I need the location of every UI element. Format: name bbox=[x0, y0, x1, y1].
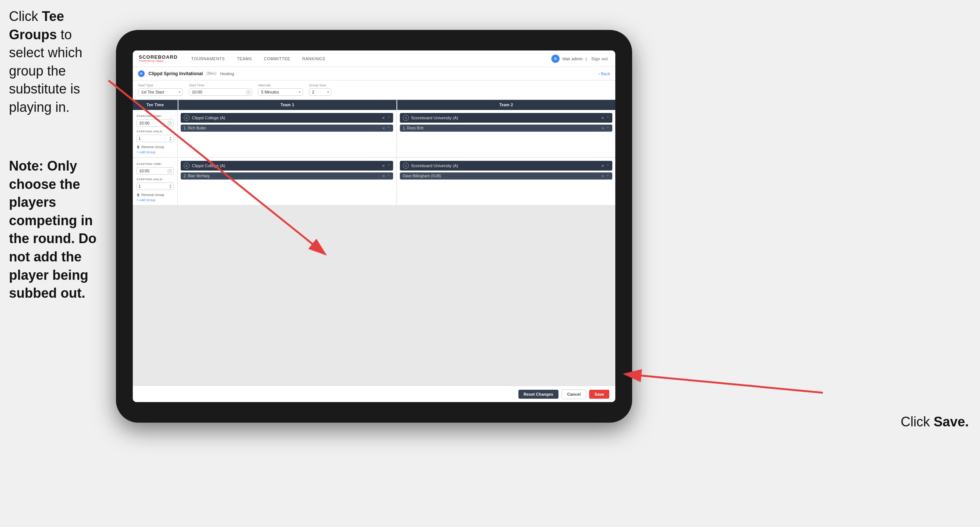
group-row-2: STARTING TIME: 🕐 STARTING HOLE: 1 ▲▼ 🗑 bbox=[133, 158, 615, 205]
player-actions-1-2: ✕ ⌃ bbox=[382, 174, 390, 178]
player-arrow-2-1: ⌃ bbox=[606, 126, 609, 130]
player-row-2-2: Dave Billingham (SUB) ✕ ⌃ bbox=[400, 172, 612, 180]
add-group-btn-2[interactable]: + Add Group bbox=[137, 198, 173, 202]
team1-actions-2: ✕ ⌃ bbox=[382, 164, 390, 168]
player-row-1-1: 1. Rich Butler ✕ ⌃ bbox=[181, 124, 393, 132]
cancel-button[interactable]: Cancel bbox=[562, 389, 586, 399]
team1-left-1: B Clippd College (A) bbox=[184, 115, 225, 121]
team1-x-1[interactable]: ✕ bbox=[382, 116, 385, 120]
starting-hole-spinbox-1[interactable]: 1 ▲▼ bbox=[137, 135, 173, 142]
team1-group-card-1: B Clippd College (A) ✕ ⌃ bbox=[181, 113, 393, 123]
intervals-select[interactable]: 5 Minutes bbox=[258, 88, 303, 96]
team1-left-2: B Clippd College (A) bbox=[184, 163, 225, 169]
remove-group-btn-2[interactable]: 🗑 Remove Group bbox=[137, 193, 173, 197]
player-name-2-1: 1. Rees Britt bbox=[403, 126, 423, 130]
sub-header: B Clippd Spring Invitational (Men) Hosti… bbox=[133, 67, 615, 80]
group-size-select[interactable]: 2 bbox=[309, 88, 331, 96]
svg-line-3 bbox=[625, 374, 823, 393]
team1-group-card-2: B Clippd College (A) ✕ ⌃ bbox=[181, 161, 393, 170]
remove-group-btn-1[interactable]: 🗑 Remove Group bbox=[137, 145, 173, 149]
team2-x-2[interactable]: ✕ bbox=[601, 164, 604, 168]
player-row-2-1: 1. Rees Britt ✕ ⌃ bbox=[400, 124, 612, 132]
team1-name-1: Clippd College (A) bbox=[192, 116, 225, 120]
nav-tournaments[interactable]: TOURNAMENTS bbox=[189, 56, 226, 62]
team2-group-card-2: S Scoreboard University (A) ✕ ⌃ bbox=[400, 161, 612, 170]
team2-x-1[interactable]: ✕ bbox=[601, 116, 604, 120]
group-size-wrapper: 2 bbox=[309, 88, 331, 96]
nav-teams[interactable]: TEAMS bbox=[235, 56, 253, 62]
logo-sub: Powered by clippd bbox=[139, 59, 178, 62]
time-icon-1: 🕐 bbox=[167, 121, 172, 125]
start-time-label: Start Time bbox=[189, 83, 252, 87]
spin-arrows-2: ▲▼ bbox=[169, 184, 172, 189]
start-type-field: Start Type 1st Tee Start bbox=[138, 83, 183, 96]
trash-icon-2: 🗑 bbox=[137, 193, 140, 197]
hosting-label: Hosting bbox=[220, 72, 234, 76]
team1-arrow-2: ⌃ bbox=[387, 164, 390, 168]
team2-panel-2: S Scoreboard University (A) ✕ ⌃ Dave Bil… bbox=[397, 158, 615, 205]
user-name: blair admin bbox=[563, 56, 583, 61]
team1-actions-1: ✕ ⌃ bbox=[382, 116, 390, 120]
add-group-btn-1[interactable]: + Add Group bbox=[137, 150, 173, 154]
start-type-select[interactable]: 1st Tee Start bbox=[138, 88, 183, 96]
player-x-1-2[interactable]: ✕ bbox=[382, 174, 385, 178]
intervals-wrapper: 5 Minutes bbox=[258, 88, 303, 96]
start-time-wrapper: 🕐 bbox=[189, 88, 252, 96]
team2-panel-1: S Scoreboard University (A) ✕ ⌃ 1. Rees … bbox=[397, 110, 615, 157]
team1-name-2: Clippd College (A) bbox=[192, 164, 225, 168]
player-x-1-1[interactable]: ✕ bbox=[382, 126, 385, 130]
start-time-input[interactable] bbox=[189, 88, 252, 96]
group-row-1: STARTING TIME: 🕐 STARTING HOLE: 1 ▲▼ 🗑 bbox=[133, 110, 615, 157]
team1-arrow-1: ⌃ bbox=[387, 116, 390, 120]
player-name-1-1: 1. Rich Butler bbox=[184, 126, 206, 130]
group-size-field: Group Size 2 bbox=[309, 83, 331, 96]
settings-row: Start Type 1st Tee Start Start Time 🕐 In… bbox=[133, 80, 615, 100]
player-x-2-1[interactable]: ✕ bbox=[601, 126, 605, 130]
player-actions-1-1: ✕ ⌃ bbox=[382, 126, 390, 130]
save-bold: Save. bbox=[934, 414, 969, 429]
save-button[interactable]: Save bbox=[589, 390, 609, 399]
clock-icon: 🕐 bbox=[246, 90, 250, 94]
top-instructions: Click Tee Groups to select which group t… bbox=[0, 0, 116, 131]
reset-changes-button[interactable]: Reset Changes bbox=[519, 390, 558, 399]
trash-icon-1: 🗑 bbox=[137, 145, 140, 149]
bottom-instructions: Note: Only choose the players competing … bbox=[0, 157, 116, 303]
team1-badge-2: B bbox=[184, 163, 189, 169]
tournament-title: Clippd Spring Invitational bbox=[148, 71, 203, 76]
tee-groups-bold: Tee Groups bbox=[9, 9, 64, 42]
player-x-2-2[interactable]: ✕ bbox=[601, 174, 605, 178]
team1-x-2[interactable]: ✕ bbox=[382, 164, 385, 168]
starting-hole-label-2: STARTING HOLE: bbox=[137, 178, 173, 181]
right-annotation-pre: Click bbox=[901, 414, 934, 429]
player-name-2-2: Dave Billingham (SUB) bbox=[403, 174, 441, 178]
nav-committee[interactable]: COMMITTEE bbox=[262, 56, 292, 62]
team2-actions-2: ✕ ⌃ bbox=[601, 164, 609, 168]
team1-panel-1: B Clippd College (A) ✕ ⌃ 1. Rich Butler bbox=[178, 110, 396, 157]
col-team2: Team 2 bbox=[397, 100, 615, 110]
col-team1: Team 1 bbox=[178, 100, 396, 110]
start-type-label: Start Type bbox=[138, 83, 183, 87]
starting-time-label-2: STARTING TIME: bbox=[137, 162, 173, 166]
team1-badge-1: B bbox=[184, 115, 189, 121]
tablet-frame: SCOREBOARD Powered by clippd TOURNAMENTS… bbox=[116, 30, 632, 423]
starting-time-input-wrapper-1: 🕐 bbox=[137, 119, 173, 127]
team2-left-1: S Scoreboard University (A) bbox=[403, 115, 458, 121]
team2-arrow-2: ⌃ bbox=[606, 164, 609, 168]
back-button[interactable]: ‹ Back bbox=[598, 72, 610, 76]
start-type-wrapper: 1st Tee Start bbox=[138, 88, 183, 96]
nav-rankings[interactable]: RANKINGS bbox=[301, 56, 326, 62]
player-arrow-2-2: ⌃ bbox=[606, 174, 609, 178]
nav-right: B blair admin | Sign out bbox=[551, 55, 609, 63]
action-bar: Reset Changes Cancel Save bbox=[133, 385, 615, 402]
teams-area-2: B Clippd College (A) ✕ ⌃ 2. Blair McHarg bbox=[178, 158, 615, 205]
table-header: Tee Time Team 1 Team 2 bbox=[133, 100, 615, 110]
starting-hole-spinbox-2[interactable]: 1 ▲▼ bbox=[137, 183, 173, 190]
team2-left-2: S Scoreboard University (A) bbox=[403, 163, 458, 169]
nav-logo: SCOREBOARD Powered by clippd bbox=[139, 55, 178, 62]
tournament-gender: (Men) bbox=[207, 72, 216, 76]
player-name-1-2: 2. Blair McHarg bbox=[184, 174, 210, 178]
team2-name-2: Scoreboard University (A) bbox=[411, 164, 458, 168]
sign-out-link[interactable]: Sign out bbox=[590, 56, 609, 62]
team2-group-card-1: S Scoreboard University (A) ✕ ⌃ bbox=[400, 113, 612, 123]
hole-value-1: 1 bbox=[138, 136, 141, 141]
